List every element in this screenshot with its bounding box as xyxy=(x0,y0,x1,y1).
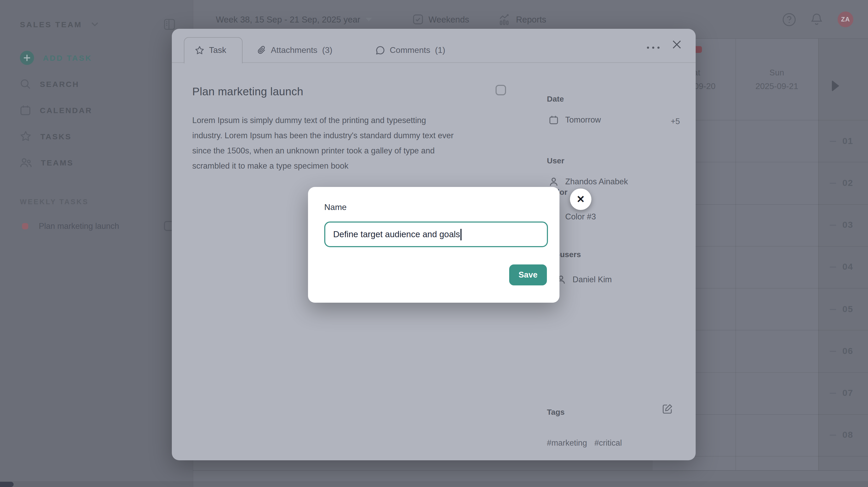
edit-tags-icon[interactable] xyxy=(662,404,673,414)
team-switcher[interactable]: SALES TEAM xyxy=(20,17,98,31)
row-dash-icon xyxy=(830,435,836,436)
tab-label: Comments xyxy=(390,45,430,55)
weekly-tasks-section: WEEKLY TASKS xyxy=(20,195,89,208)
tag[interactable]: #marketing xyxy=(547,438,587,448)
star-icon xyxy=(195,45,204,55)
field-label-date: Date xyxy=(547,94,564,103)
person-icon xyxy=(549,177,558,187)
save-button[interactable]: Save xyxy=(509,264,547,285)
add-task-button[interactable]: ADD TASK xyxy=(20,50,92,65)
grid-bottom-border xyxy=(193,470,868,471)
day-name: Sun xyxy=(736,68,818,77)
sidebar-item-search[interactable]: SEARCH xyxy=(20,76,80,91)
screen: Sat 2025-09-20 Sun 2025-09-21 0102030405… xyxy=(0,0,868,487)
tab-label: Attachments xyxy=(271,45,317,55)
calendar-icon xyxy=(549,115,558,125)
name-field-label: Name xyxy=(324,203,346,212)
paperclip-icon xyxy=(257,45,266,55)
day-date: 2025-09-21 xyxy=(736,82,818,91)
search-icon xyxy=(20,78,31,89)
bell-icon xyxy=(810,12,823,26)
task-title: Plan marketing launch xyxy=(192,85,303,98)
add-task-label: ADD TASK xyxy=(43,53,92,62)
user-value: Zhandos Ainabek xyxy=(565,177,628,187)
co-user-value: Daniel Kim xyxy=(572,275,612,284)
close-icon: ✕ xyxy=(577,194,585,204)
tab-count: (1) xyxy=(435,45,445,55)
text-caret xyxy=(461,229,461,240)
comment-icon xyxy=(376,45,385,55)
chevron-down-icon xyxy=(91,22,98,27)
sidebar-item-tasks[interactable]: TASKS xyxy=(20,129,71,143)
date-value: Tomorrow xyxy=(565,115,601,125)
tab-comments[interactable]: Comments (1) xyxy=(376,37,445,63)
more-options-button[interactable] xyxy=(647,45,659,50)
row-number: 06 xyxy=(842,346,853,357)
row-number: 01 xyxy=(842,136,853,147)
users-icon xyxy=(20,157,32,168)
task-color-dot xyxy=(22,223,28,229)
day-header-sun: Sun 2025-09-21 xyxy=(736,68,818,91)
row-dash-icon xyxy=(830,393,836,394)
sidebar-item-label: TEAMS xyxy=(41,158,73,167)
close-modal-button[interactable] xyxy=(672,40,682,49)
horizontal-scrollbar-track[interactable] xyxy=(0,481,868,487)
tag[interactable]: #critical xyxy=(594,438,622,448)
row-dash-icon xyxy=(830,183,836,184)
weekly-tasks-label: WEEKLY TASKS xyxy=(20,198,89,205)
tab-task[interactable]: Task xyxy=(195,37,226,63)
star-icon xyxy=(20,130,31,142)
chevron-down-icon xyxy=(366,18,372,21)
plus-icon xyxy=(20,51,34,65)
sidebar-item-label: TASKS xyxy=(40,132,71,140)
field-user[interactable]: Zhandos Ainabek xyxy=(549,177,628,187)
user-menu[interactable]: ZA xyxy=(838,0,853,39)
avatar[interactable]: ZA xyxy=(838,11,853,27)
name-input-value: Define target audience and goals xyxy=(333,229,460,239)
weekly-task-item[interactable]: Plan marketing launch xyxy=(22,219,119,233)
row-number: 03 xyxy=(842,220,853,230)
row-number: 07 xyxy=(842,388,853,398)
row-number: 05 xyxy=(842,304,853,315)
date-extra-badge[interactable]: +5 xyxy=(659,117,680,126)
weekly-task-title: Plan marketing launch xyxy=(39,222,119,231)
field-label-tags: Tags xyxy=(547,408,565,416)
sidebar-item-label: CALENDAR xyxy=(40,105,92,115)
row-dash-icon xyxy=(830,140,836,142)
field-date[interactable]: Tomorrow xyxy=(549,115,601,125)
row-number: 04 xyxy=(842,262,853,272)
row-dash-icon xyxy=(830,351,836,352)
sidebar-item-label: SEARCH xyxy=(40,79,80,88)
chart-icon xyxy=(499,13,511,25)
next-week-arrow-icon[interactable] xyxy=(832,80,839,92)
sidebar-item-teams[interactable]: TEAMS xyxy=(20,155,73,170)
help-button[interactable] xyxy=(782,0,796,39)
row-number: 08 xyxy=(842,430,853,441)
question-circle-icon xyxy=(782,12,796,27)
sidebar-item-calendar[interactable]: CALENDAR xyxy=(20,103,92,117)
row-number: 02 xyxy=(842,178,853,189)
task-description[interactable]: Lorem Ipsum is simply dummy text of the … xyxy=(192,112,512,173)
calendar-icon xyxy=(20,104,31,116)
tab-attachments[interactable]: Attachments (3) xyxy=(257,37,332,63)
color-value: Color #3 xyxy=(565,212,596,222)
collapse-sidebar-icon[interactable] xyxy=(163,18,176,30)
horizontal-scrollbar-thumb[interactable] xyxy=(0,482,13,487)
tags-list[interactable]: #marketing #critical xyxy=(547,438,622,448)
row-dash-icon xyxy=(830,309,836,310)
field-label-user: User xyxy=(547,156,564,165)
close-dialog-button[interactable]: ✕ xyxy=(570,189,591,210)
checkbox-checked-icon xyxy=(413,14,423,25)
weekends-label: Weekends xyxy=(429,14,469,24)
field-co-users[interactable]: Daniel Kim xyxy=(556,275,612,284)
app-background: Sat 2025-09-20 Sun 2025-09-21 0102030405… xyxy=(0,0,868,487)
tab-label: Task xyxy=(209,45,226,55)
notifications-button[interactable] xyxy=(810,0,823,39)
tab-count: (3) xyxy=(322,45,332,55)
row-dash-icon xyxy=(830,225,836,226)
name-input[interactable]: Define target audience and goals xyxy=(324,222,548,247)
row-dash-icon xyxy=(830,267,836,268)
week-picker-label: Week 38, 15 Sep - 21 Sep, 2025 year xyxy=(216,14,361,24)
task-complete-checkbox[interactable] xyxy=(496,85,506,95)
reports-label: Reports xyxy=(516,14,546,24)
